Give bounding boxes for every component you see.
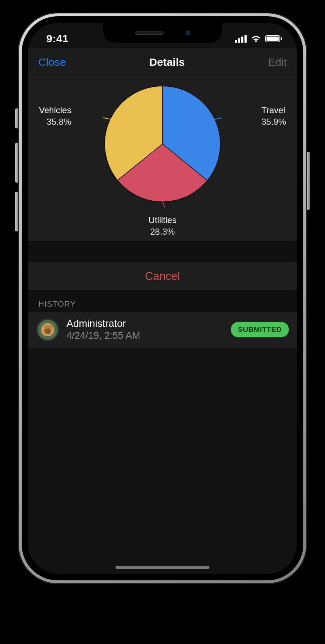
svg-rect-6 [281,37,282,40]
phone-frame: 9:41 [18,13,307,584]
edit-button[interactable]: Edit [268,56,287,68]
pie-label-travel-pct: 35.9% [261,117,286,127]
history-row[interactable]: Administrator 4/24/19, 2:55 AM SUBMITTED [28,312,297,347]
svg-rect-3 [244,35,247,43]
pie-label-vehicles-name: Vehicles [39,105,71,115]
wifi-icon [251,35,261,43]
spacer: HISTORY [28,290,297,312]
svg-rect-0 [235,40,237,43]
front-camera [185,30,190,35]
pie-label-utilities-pct: 28.3% [150,227,175,236]
avatar [36,318,59,341]
pie-chart [103,84,222,209]
speaker-grille [135,31,164,35]
screen: 9:41 [28,23,297,574]
home-indicator[interactable] [116,566,209,569]
svg-rect-5 [266,37,279,41]
battery-icon [265,35,282,43]
pie-label-utilities: Utilities 28.3% [148,214,176,238]
page-title: Details [149,56,185,68]
cellular-icon [235,35,247,43]
pie-label-utilities-name: Utilities [148,215,176,225]
history-timestamp: 4/24/19, 2:55 AM [66,330,224,341]
pie-label-vehicles-pct: 35.8% [47,117,71,127]
svg-rect-2 [241,37,243,43]
pie-chart-panel: Travel 35.9% Utilities 28.3% Vehicles 35… [28,76,297,241]
cancel-label: Cancel [145,270,180,283]
history-header: HISTORY [28,290,297,314]
history-text: Administrator 4/24/19, 2:55 AM [66,318,224,341]
pie-label-vehicles: Vehicles 35.8% [39,105,71,128]
status-badge: SUBMITTED [231,322,289,337]
status-time: 9:41 [46,33,69,45]
svg-line-9 [103,115,112,119]
pie-label-travel: Travel 35.9% [261,105,286,128]
spacer [28,241,297,263]
history-user-name: Administrator [66,318,224,329]
svg-line-7 [214,115,222,120]
cancel-button[interactable]: Cancel [28,263,297,290]
phone-bezel: 9:41 [22,16,303,580]
status-icons [235,35,282,43]
pie-label-travel-name: Travel [261,105,285,115]
nav-bar: Close Details Edit [28,48,297,76]
svg-rect-1 [238,38,240,43]
close-button[interactable]: Close [38,56,66,68]
notch [103,23,222,43]
